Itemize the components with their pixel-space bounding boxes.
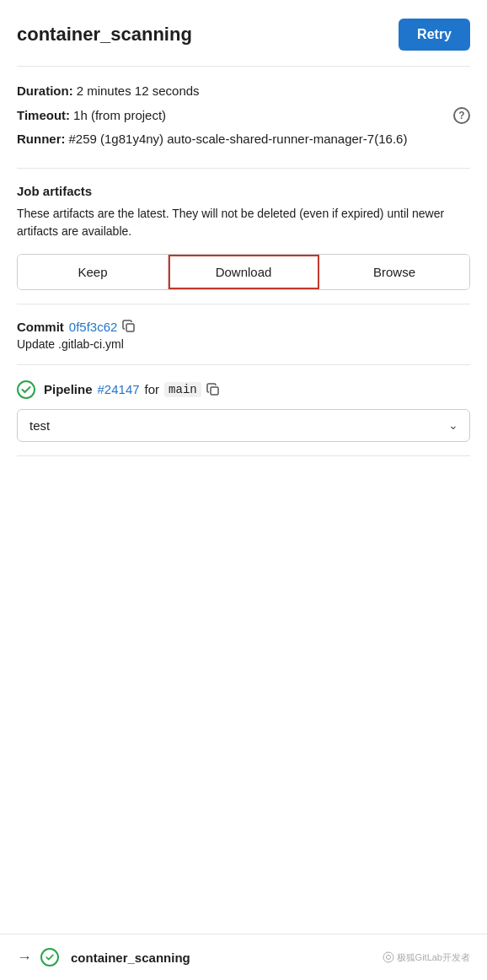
commit-message: Update .gitlab-ci.yml — [17, 337, 470, 351]
bottom-section: → container_scanning 极狐GitLab开发者 — [0, 934, 487, 980]
pipeline-success-icon — [17, 380, 35, 399]
pipeline-number-link[interactable]: #24147 — [98, 382, 140, 396]
copy-pipeline-icon[interactable] — [206, 383, 220, 396]
artifacts-title: Job artifacts — [17, 184, 470, 198]
artifacts-description: These artifacts are the latest. They wil… — [17, 205, 470, 240]
help-icon[interactable]: ? — [453, 107, 470, 124]
pipeline-branch: main — [164, 382, 201, 397]
pipeline-for-text: for — [145, 382, 160, 396]
timeout-value: 1h (from project) — [73, 106, 166, 126]
runner-row: Runner: #259 (1g81y4ny) auto-scale-share… — [17, 130, 470, 149]
pipeline-section: Pipeline #24147 for main test build depl… — [0, 365, 487, 455]
runner-label: Runner: — [17, 130, 66, 149]
stage-select-wrapper: test build deploy ⌄ — [17, 409, 470, 442]
svg-point-2 — [383, 952, 393, 962]
bottom-job-success-icon — [40, 948, 59, 967]
download-button[interactable]: Download — [169, 255, 319, 289]
keep-button[interactable]: Keep — [18, 255, 169, 289]
svg-rect-0 — [126, 324, 134, 331]
artifacts-section: Job artifacts These artifacts are the la… — [0, 169, 487, 304]
bottom-job-name: container_scanning — [71, 950, 190, 965]
info-section: Duration: 2 minutes 12 seconds Timeout: … — [0, 67, 487, 168]
pipeline-label: Pipeline — [44, 382, 93, 396]
commit-section: Commit 0f5f3c62 Update .gitlab-ci.yml — [0, 304, 487, 364]
timeout-label: Timeout: — [17, 106, 70, 126]
arrow-icon: → — [17, 949, 32, 967]
duration-label: Duration: — [17, 82, 73, 101]
svg-point-3 — [386, 956, 390, 960]
pipeline-row: Pipeline #24147 for main — [17, 380, 470, 399]
spacer — [0, 456, 487, 934]
page-title: container_scanning — [17, 24, 192, 46]
svg-rect-1 — [211, 387, 218, 395]
watermark: 极狐GitLab开发者 — [383, 951, 470, 964]
duration-row: Duration: 2 minutes 12 seconds — [17, 82, 470, 101]
commit-hash-link[interactable]: 0f5f3c62 — [69, 320, 118, 334]
artifact-buttons-group: Keep Download Browse — [17, 254, 470, 290]
timeout-row: Timeout: 1h (from project) ? — [17, 106, 470, 126]
runner-value: #259 (1g81y4ny) auto-scale-shared-runner… — [69, 130, 408, 149]
copy-commit-icon[interactable] — [122, 320, 136, 333]
duration-value: 2 minutes 12 seconds — [77, 82, 200, 101]
commit-label: Commit — [17, 320, 64, 334]
stage-select[interactable]: test build deploy — [17, 409, 470, 442]
retry-button[interactable]: Retry — [399, 19, 470, 51]
browse-button[interactable]: Browse — [319, 255, 469, 289]
commit-row: Commit 0f5f3c62 — [17, 320, 470, 334]
